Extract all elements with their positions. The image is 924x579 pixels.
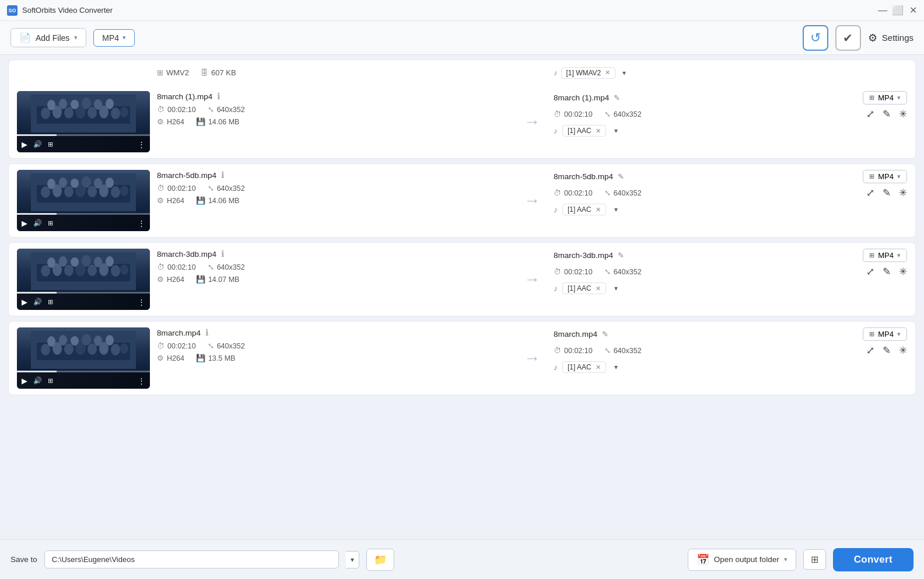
arrow-column: → [517,91,547,152]
info-icon[interactable]: ℹ [221,249,225,259]
play-icon[interactable]: ▶ [22,219,27,228]
info-icon[interactable]: ℹ [221,170,225,180]
add-files-button[interactable]: 📄 Add Files ▾ [10,28,86,47]
resize-icon: ⤡ [208,263,214,271]
audio-dropdown-icon[interactable]: ▾ [614,205,618,214]
more-icon[interactable]: ⋮ [138,219,145,228]
scrolled-audio-dropdown[interactable]: ▾ [622,69,626,77]
grid-icon[interactable]: ⊞ [48,298,53,306]
checkmark-button[interactable]: ✔ [835,25,861,51]
crop-icon[interactable]: ⤢ [866,108,874,120]
edit-filename-icon[interactable]: ✎ [614,93,620,102]
info-icon[interactable]: ℹ [217,91,220,102]
save-path-input[interactable] [44,550,339,568]
effects-icon[interactable]: ✳ [899,108,907,120]
save-path-dropdown-button[interactable]: ▾ [346,551,359,568]
file-name: 8march.mp4 [157,329,201,337]
filesize: 14.06 MB [208,118,240,126]
window-controls: — ⬜ ✕ [878,6,917,15]
open-output-folder-button[interactable]: 📅 Open output folder ▾ [688,549,796,571]
reset-button[interactable]: ↺ [803,25,828,51]
output-format-button[interactable]: ⊞ MP4 ▾ [863,91,907,104]
audio-remove-icon[interactable]: ✕ [596,127,601,135]
play-icon[interactable]: ▶ [22,376,27,385]
audio-dropdown-icon[interactable]: ▾ [614,363,618,371]
crop-icon[interactable]: ⤢ [866,187,874,199]
output-filename: 8march.mp4 [554,330,597,339]
svg-point-41 [120,264,128,275]
arrow-column: → [517,170,547,231]
output-format-chevron-icon: ▾ [897,94,901,102]
settings-button[interactable]: ⚙ Settings [868,32,914,44]
browse-folder-button[interactable]: 📁 [366,549,394,571]
edit-filename-icon[interactable]: ✎ [618,251,624,260]
svg-point-28 [71,179,79,188]
edit-filename-icon[interactable]: ✎ [618,172,624,181]
titlebar: SO SoftOrbits Video Converter — ⬜ ✕ [0,0,924,21]
storage-icon: 💾 [196,354,205,362]
more-icon[interactable]: ⋮ [138,140,145,149]
edit-icon[interactable]: ✎ [883,344,891,357]
svg-point-58 [47,336,55,347]
output-format-button[interactable]: ⊞ MP4 ▾ [863,327,907,341]
svg-point-59 [59,335,67,346]
convert-button[interactable]: Convert [833,548,914,571]
effects-icon[interactable]: ✳ [899,344,907,357]
output-format-chevron-icon: ▾ [897,173,901,180]
edit-filename-icon[interactable]: ✎ [602,330,608,339]
convert-arrow-icon: → [524,113,540,131]
grid-icon[interactable]: ⊞ [48,377,53,385]
output-format-button[interactable]: ⊞ MP4 ▾ [863,249,907,262]
crop-icon[interactable]: ⤢ [866,344,874,357]
audio-icon: ♪ [554,126,558,135]
scrolled-audio-close[interactable]: ✕ [605,69,610,76]
svg-point-10 [47,100,55,110]
scrolled-audio-label: [1] WMAV2 [566,69,601,77]
thumbnail[interactable]: ▶ 🔊 ⊞ ⋮ [17,91,150,152]
file-name: 8march-5db.mp4 [157,171,216,180]
save-to-label: Save to [10,555,37,564]
audio-dropdown-icon[interactable]: ▾ [614,127,618,135]
crop-icon[interactable]: ⤢ [866,266,874,278]
volume-icon[interactable]: 🔊 [33,298,42,306]
edit-icon[interactable]: ✎ [883,266,891,278]
format-chevron-icon: ▾ [123,34,126,41]
maximize-button[interactable]: ⬜ [894,6,902,15]
clock-icon: ⏱ [157,341,164,350]
grid-icon[interactable]: ⊞ [48,141,53,148]
audio-remove-icon[interactable]: ✕ [596,364,601,371]
more-icon[interactable]: ⋮ [138,376,145,385]
volume-icon[interactable]: 🔊 [33,376,42,385]
format-selector-button[interactable]: MP4 ▾ [93,29,135,47]
audio-label: [1] AAC [568,205,592,214]
edit-icon[interactable]: ✎ [883,187,891,199]
minimize-button[interactable]: — [878,6,887,15]
svg-point-15 [106,99,114,109]
thumbnail[interactable]: ▶ 🔊 ⊞ ⋮ [17,249,150,310]
edit-icon[interactable]: ✎ [883,108,891,120]
svg-point-43 [59,256,67,267]
play-icon[interactable]: ▶ [22,298,27,306]
svg-point-8 [111,107,120,119]
volume-icon[interactable]: 🔊 [33,219,42,227]
thumbnail[interactable]: ▶ 🔊 ⊞ ⋮ [17,327,150,389]
audio-dropdown-icon[interactable]: ▾ [614,284,618,292]
close-button[interactable]: ✕ [909,6,917,15]
out-duration: 00:02:10 [564,110,593,118]
out-resize-icon: ⤡ [604,346,611,355]
thumbnail[interactable]: ▶ 🔊 ⊞ ⋮ [17,170,150,231]
file-name: 8march (1).mp4 [157,92,212,101]
grid-icon[interactable]: ⊞ [48,219,53,227]
info-icon[interactable]: ℹ [205,327,209,338]
play-icon[interactable]: ▶ [22,140,27,149]
output-format-button[interactable]: ⊞ MP4 ▾ [863,170,907,183]
volume-icon[interactable]: 🔊 [33,140,42,148]
file-info-left: 8march-5db.mp4 ℹ ⏱ 00:02:10 ⤡ 640x352 ⚙ … [157,170,510,231]
out-resolution: 640x352 [614,110,642,118]
effects-icon[interactable]: ✳ [899,187,907,199]
grid-view-button[interactable]: ⊞ [803,549,826,570]
audio-remove-icon[interactable]: ✕ [596,206,601,214]
effects-icon[interactable]: ✳ [899,266,907,278]
audio-remove-icon[interactable]: ✕ [596,285,601,292]
more-icon[interactable]: ⋮ [138,298,145,306]
